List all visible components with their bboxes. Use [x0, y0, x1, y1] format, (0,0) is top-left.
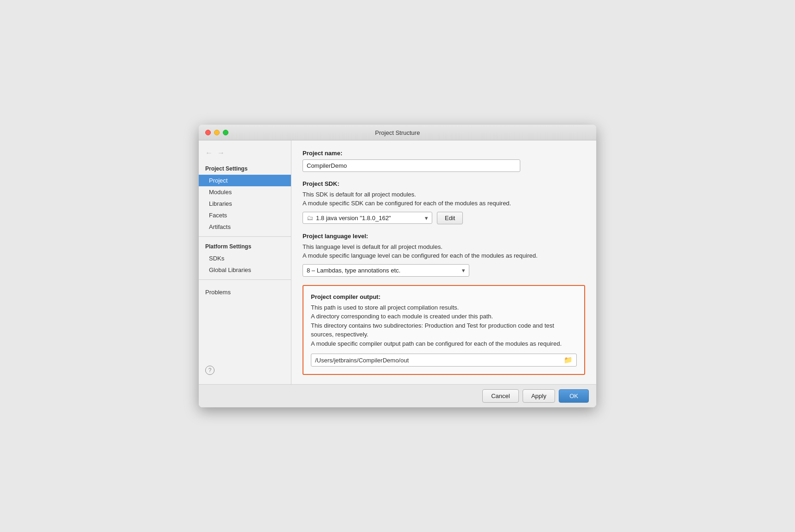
- ok-button[interactable]: OK: [559, 389, 589, 403]
- sidebar-item-sdks[interactable]: SDKs: [199, 253, 291, 264]
- bottom-bar: Cancel Apply OK: [199, 384, 596, 407]
- sdk-edit-button[interactable]: Edit: [437, 212, 463, 224]
- project-settings-label: Project Settings: [205, 165, 284, 172]
- compiler-output-section: Project compiler output: This path is us…: [303, 285, 585, 375]
- project-sdk-section: Project SDK: This SDK is default for all…: [303, 180, 585, 224]
- sdk-row: 🗂 1.8 java version "1.8.0_162" ▾ Edit: [303, 212, 585, 224]
- browse-folder-icon[interactable]: 📁: [564, 356, 573, 364]
- project-name-input[interactable]: [303, 159, 520, 172]
- compiler-output-desc: This path is used to store all project c…: [311, 303, 577, 348]
- sidebar-item-global-libraries[interactable]: Global Libraries: [199, 264, 291, 276]
- window-title: Project Structure: [375, 129, 420, 136]
- main-layout: ← → Project Settings Project Modules Lib…: [199, 140, 596, 385]
- sdk-dropdown-arrow: ▾: [425, 215, 428, 222]
- project-language-desc: This language level is default for all p…: [303, 242, 585, 260]
- language-dropdown[interactable]: 8 – Lambdas, type annotations etc. ▾: [303, 264, 469, 277]
- sidebar-item-modules[interactable]: Modules: [199, 186, 291, 198]
- output-path-value: /Users/jetbrains/CompilerDemo/out: [315, 357, 564, 364]
- sidebar-item-facets[interactable]: Facets: [199, 209, 291, 221]
- sdk-folder-icon: 🗂: [307, 214, 313, 222]
- project-language-label: Project language level:: [303, 233, 585, 240]
- project-name-section: Project name:: [303, 150, 585, 172]
- title-bar: Project Structure: [199, 125, 596, 140]
- help-button[interactable]: ?: [205, 366, 215, 375]
- sidebar: ← → Project Settings Project Modules Lib…: [199, 140, 291, 385]
- forward-arrow[interactable]: →: [217, 149, 225, 157]
- sidebar-divider: [199, 236, 291, 237]
- compiler-output-label: Project compiler output:: [311, 293, 577, 300]
- sidebar-divider-2: [199, 279, 291, 280]
- project-structure-dialog: Project Structure ← → Project Settings P…: [199, 125, 596, 408]
- traffic-lights: [205, 130, 228, 135]
- sidebar-item-artifacts[interactable]: Artifacts: [199, 221, 291, 233]
- back-arrow[interactable]: ←: [205, 149, 213, 157]
- sidebar-item-libraries[interactable]: Libraries: [199, 198, 291, 209]
- output-path-row: /Users/jetbrains/CompilerDemo/out 📁: [311, 354, 577, 367]
- maximize-button[interactable]: [223, 130, 228, 135]
- sdk-dropdown[interactable]: 🗂 1.8 java version "1.8.0_162" ▾: [303, 212, 432, 224]
- project-settings-section: Project Settings: [199, 163, 291, 175]
- platform-settings-section: Platform Settings: [199, 241, 291, 253]
- sdk-dropdown-value: 1.8 java version "1.8.0_162": [316, 215, 422, 222]
- project-language-section: Project language level: This language le…: [303, 233, 585, 277]
- project-sdk-label: Project SDK:: [303, 180, 585, 187]
- language-dropdown-arrow: ▾: [462, 267, 465, 274]
- sidebar-item-problems[interactable]: Problems: [199, 286, 291, 298]
- project-name-label: Project name:: [303, 150, 585, 157]
- platform-settings-label: Platform Settings: [205, 243, 284, 250]
- nav-arrows: ← →: [199, 145, 291, 161]
- project-sdk-desc: This SDK is default for all project modu…: [303, 190, 585, 208]
- sidebar-bottom: ?: [199, 361, 291, 380]
- main-content: Project name: Project SDK: This SDK is d…: [291, 140, 596, 385]
- apply-button[interactable]: Apply: [523, 389, 555, 403]
- sidebar-item-project[interactable]: Project: [199, 175, 291, 186]
- minimize-button[interactable]: [214, 130, 220, 135]
- language-dropdown-value: 8 – Lambdas, type annotations etc.: [307, 267, 462, 274]
- close-button[interactable]: [205, 130, 211, 135]
- cancel-button[interactable]: Cancel: [482, 389, 518, 403]
